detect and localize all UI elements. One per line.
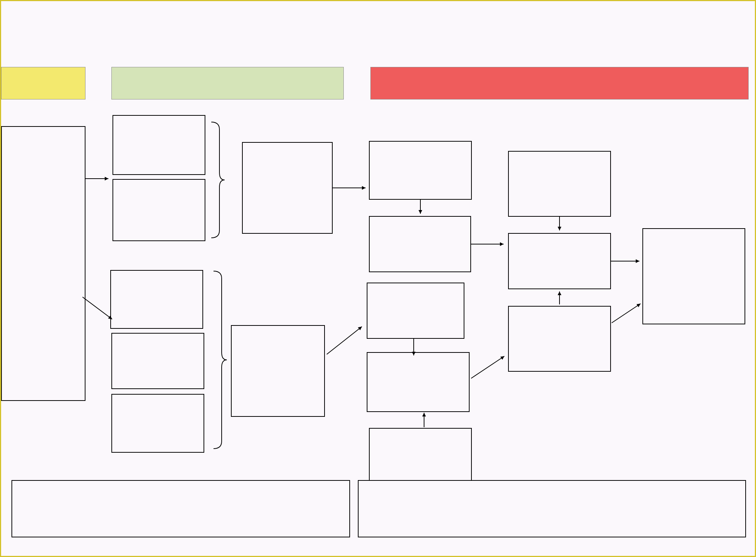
node-col4-a xyxy=(369,141,472,200)
arrow-icon xyxy=(327,327,362,354)
header-green xyxy=(111,67,344,99)
node-mid-lower xyxy=(231,325,325,417)
node-col5-b xyxy=(508,233,611,289)
node-col4-e xyxy=(369,428,472,485)
brace-icon xyxy=(214,271,227,449)
node-col4-c xyxy=(367,283,464,339)
node-source xyxy=(1,126,85,401)
brace-icon xyxy=(211,122,225,238)
footer-left xyxy=(11,480,350,537)
node-col5-a xyxy=(508,151,611,217)
arrow-icon xyxy=(612,304,641,323)
node-upper-b xyxy=(112,179,205,241)
node-mid-upper xyxy=(242,142,333,234)
node-col4-d xyxy=(367,352,470,412)
arrow-icon xyxy=(83,297,112,319)
node-lower-a xyxy=(110,270,203,329)
header-yellow xyxy=(1,67,85,99)
header-red xyxy=(370,67,749,99)
footer-right xyxy=(358,480,746,537)
arrow-icon xyxy=(471,356,504,378)
node-col4-b xyxy=(369,216,471,272)
node-right-end xyxy=(642,228,745,324)
node-col5-c xyxy=(508,306,611,372)
node-lower-b xyxy=(111,333,204,389)
node-upper-a xyxy=(112,115,205,175)
node-lower-c xyxy=(111,394,204,453)
